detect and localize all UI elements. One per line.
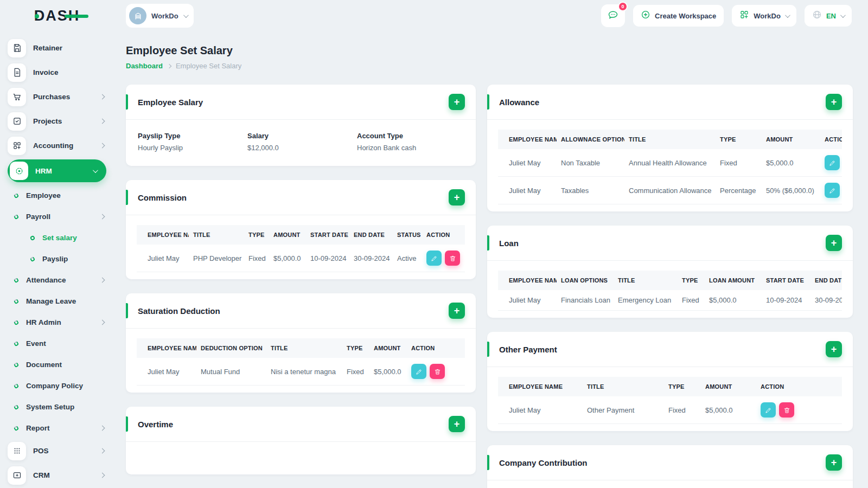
edit-button[interactable] xyxy=(411,364,426,379)
card-body xyxy=(487,480,853,488)
commission-add-button[interactable]: + xyxy=(449,189,465,206)
table-cell: 50% ($6,000.0) xyxy=(762,177,820,204)
bullet-icon xyxy=(14,192,20,198)
sidebar-item-purchases[interactable]: Purchases xyxy=(8,85,106,109)
other-payment-add-button[interactable]: + xyxy=(826,341,842,357)
sidebar-item-attendance[interactable]: Attendance xyxy=(8,269,106,291)
sidebar-item-set-salary[interactable]: Set salary xyxy=(8,227,106,248)
card-company-contribution: Company Contribution+ xyxy=(487,445,853,488)
building-icon xyxy=(129,7,146,24)
card-allowance: Allowance+EMPLOYEE NAMEALLOWNACE OPTIONT… xyxy=(487,85,853,211)
chevron-right-icon xyxy=(100,320,105,325)
column-header-type: TYPE xyxy=(244,225,269,245)
workspace-switcher-button[interactable]: WorkDo xyxy=(732,5,796,27)
bullet-icon xyxy=(14,214,20,220)
sidebar-item-accounting[interactable]: Accounting xyxy=(8,133,106,158)
sidebar-item-projects[interactable]: Projects xyxy=(8,109,106,133)
chat-icon xyxy=(608,9,618,22)
table-cell: $5,000.0 xyxy=(701,396,756,424)
column-header-title: TITLE xyxy=(189,225,244,245)
overtime-add-button[interactable]: + xyxy=(449,416,465,432)
table-cell: 10-09-2024 xyxy=(762,290,810,311)
language-selector[interactable]: EN xyxy=(805,5,852,27)
saturation-deduction-add-button[interactable]: + xyxy=(449,303,465,319)
card-title: Overtime xyxy=(138,420,173,429)
card-overtime: Overtime+ xyxy=(126,407,476,474)
table-cell: Active xyxy=(393,245,422,272)
sidebar-item-document[interactable]: Document xyxy=(8,354,106,375)
sidebar-item-crm[interactable]: CRM xyxy=(8,463,106,487)
edit-button[interactable] xyxy=(825,155,840,170)
table-cell: Taxables xyxy=(557,177,624,204)
allowance-add-button[interactable]: + xyxy=(826,94,842,110)
create-workspace-button[interactable]: Create Workspace xyxy=(633,5,724,27)
table-cell: Financials Loan xyxy=(557,290,614,311)
column-header-action: ACTION xyxy=(820,130,842,149)
sidebar-item-employee[interactable]: Employee xyxy=(8,185,106,206)
chevron-right-icon xyxy=(167,63,171,68)
edit-button[interactable] xyxy=(825,183,840,198)
sidebar-item-label: CRM xyxy=(33,471,100,479)
workspace-switcher-label: WorkDo xyxy=(754,12,781,20)
table-row: Juliet MayFinancials LoanEmergency LoanF… xyxy=(498,290,842,311)
sidebar-item-label: Set salary xyxy=(42,234,106,242)
dash-logo[interactable]: DASH xyxy=(34,8,80,24)
sidebar-item-system-setup[interactable]: System Setup xyxy=(8,396,106,418)
table-row: Juliet MayTaxablesCommunication Allowanc… xyxy=(498,177,842,204)
sidebar-item-hr-admin[interactable]: HR Admin xyxy=(8,312,106,333)
sidebar-item-label: Payslip xyxy=(42,255,106,263)
sidebar-item-label: Attendance xyxy=(26,276,100,284)
detail-field-payslip-type: Payslip TypeHourly Payslip xyxy=(138,132,247,152)
chevron-right-icon xyxy=(100,278,105,283)
sidebar-item-invoice[interactable]: Invoice xyxy=(8,60,106,85)
column-header-title: TITLE xyxy=(583,377,664,396)
delete-button[interactable] xyxy=(779,402,794,418)
card-other-payment: Other Payment+EMPLOYEE NAMETITLETYPEAMOU… xyxy=(487,332,853,431)
sidebar-item-event[interactable]: Event xyxy=(8,333,106,354)
loan-table: EMPLOYEE NAMELOAN OPTIONSTITLETYPELOAN A… xyxy=(498,271,842,311)
delete-button[interactable] xyxy=(430,364,445,379)
bullet-icon xyxy=(14,404,20,410)
sidebar-item-company-policy[interactable]: Company Policy xyxy=(8,375,106,396)
column-header-status: STATUS xyxy=(393,225,422,245)
table-row: Juliet MayMutual FundNisi a tenetur magn… xyxy=(137,358,465,386)
sidebar-item-payroll[interactable]: Payroll xyxy=(8,206,106,227)
chevron-down-icon xyxy=(183,12,189,18)
sidebar-item-label: Payroll xyxy=(26,213,100,221)
column-header-employee-name: EMPLOYEE NAME xyxy=(137,338,196,358)
sidebar-item-label: Projects xyxy=(33,117,100,125)
table-cell: PHP Developer xyxy=(189,245,244,272)
table-cell: Fixed xyxy=(716,149,762,177)
card-title: Commission xyxy=(138,193,187,202)
table-header-row: EMPLOYEE NAMEDEDUCTION OPTIONTITLETYPEAM… xyxy=(137,338,465,358)
sidebar-item-hrm[interactable]: HRM xyxy=(8,159,106,182)
table-cell: Non Taxable xyxy=(557,149,624,177)
column-header-end-date: END DATE xyxy=(810,271,842,290)
logo-dot xyxy=(35,14,39,18)
workspace-selector[interactable]: WorkDo xyxy=(126,4,194,28)
sidebar-item-pos[interactable]: POS xyxy=(8,439,106,463)
edit-button[interactable] xyxy=(761,402,776,418)
breadcrumb-dashboard-link[interactable]: Dashboard xyxy=(126,62,163,70)
sidebar-item-label: Accounting xyxy=(33,142,100,150)
sidebar-item-manage-leave[interactable]: Manage Leave xyxy=(8,291,106,312)
bullet-icon xyxy=(14,362,20,368)
chevron-right-icon xyxy=(100,426,105,431)
delete-button[interactable] xyxy=(445,251,460,266)
sidebar-item-payslip[interactable]: Payslip xyxy=(8,248,106,269)
table-cell: Fixed xyxy=(678,290,705,311)
sidebar-item-report[interactable]: Report xyxy=(8,418,106,439)
chevron-down-icon xyxy=(93,168,98,173)
employee-salary-add-button[interactable]: + xyxy=(449,94,465,110)
sidebar-item-retainer[interactable]: Retainer xyxy=(8,36,106,60)
sidebar: RetainerInvoicePurchasesProjectsAccounti… xyxy=(0,31,114,488)
loan-add-button[interactable]: + xyxy=(826,235,842,251)
company-contribution-add-button[interactable]: + xyxy=(826,454,842,471)
column-header-start-date: START DATE xyxy=(306,225,349,245)
messages-button[interactable]: 0 xyxy=(601,4,625,27)
column-header-type: TYPE xyxy=(678,271,705,290)
edit-button[interactable] xyxy=(426,251,442,266)
chevron-right-icon xyxy=(100,119,105,124)
field-value: Horizon Bank cash xyxy=(357,144,464,152)
table-scroll-area: EMPLOYEE NAMEDEDUCTION OPTIONTITLETYPEAM… xyxy=(137,338,465,386)
